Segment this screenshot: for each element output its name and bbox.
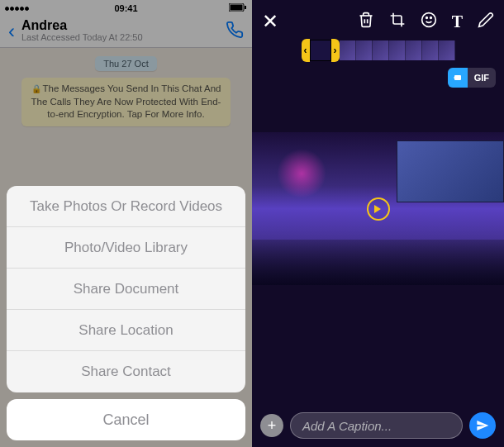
phone-call-icon[interactable] bbox=[226, 21, 244, 42]
caption-bar: + Add A Caption... bbox=[260, 412, 496, 439]
encryption-notice-bubble[interactable]: 🔒The Messages You Send In This Chat And … bbox=[21, 78, 231, 126]
video-gif-toggle[interactable]: GIF bbox=[448, 68, 496, 88]
lock-icon: 🔒 bbox=[31, 84, 41, 93]
date-separator: Thu 27 Oct bbox=[95, 56, 156, 71]
action-share-location[interactable]: Share Location bbox=[7, 310, 245, 351]
chat-contact-name[interactable]: Andrea bbox=[21, 19, 226, 32]
trash-icon[interactable] bbox=[358, 12, 374, 31]
action-sheet-cancel[interactable]: Cancel bbox=[7, 399, 245, 440]
timeline-frames[interactable] bbox=[340, 40, 455, 60]
play-button-icon[interactable] bbox=[367, 197, 390, 221]
send-button[interactable] bbox=[469, 412, 496, 439]
attachment-action-sheet: Take Photos Or Record Videos Photo/Video… bbox=[7, 186, 245, 440]
ios-status-bar: 09:41 bbox=[0, 0, 252, 15]
whatsapp-chat-screen: 09:41 ‹ Andrea Last Accessed Today At 22… bbox=[0, 0, 252, 447]
editor-toolbar: ✕ T bbox=[252, 0, 504, 38]
action-share-document[interactable]: Share Document bbox=[7, 269, 245, 310]
back-chevron-icon[interactable]: ‹ bbox=[8, 20, 15, 43]
toggle-gif-option[interactable]: GIF bbox=[468, 68, 496, 88]
svg-point-5 bbox=[430, 17, 431, 19]
video-preview[interactable] bbox=[252, 132, 504, 285]
action-take-photo-video[interactable]: Take Photos Or Record Videos bbox=[7, 186, 245, 227]
battery-icon bbox=[229, 3, 247, 13]
chat-last-accessed: Last Accessed Today At 22:50 bbox=[21, 32, 226, 43]
chat-nav-bar: ‹ Andrea Last Accessed Today At 22:50 bbox=[0, 15, 252, 48]
signal-strength-icon bbox=[5, 7, 29, 11]
text-tool-icon[interactable]: T bbox=[452, 12, 463, 31]
add-media-button[interactable]: + bbox=[260, 414, 283, 437]
crop-rotate-icon[interactable] bbox=[389, 12, 406, 31]
svg-point-3 bbox=[421, 13, 435, 27]
trim-handle-left[interactable]: ‹ bbox=[302, 39, 310, 62]
send-icon bbox=[476, 419, 489, 432]
video-trim-strip[interactable]: ‹ › bbox=[257, 40, 499, 61]
svg-point-4 bbox=[426, 17, 427, 19]
action-share-contact[interactable]: Share Contact bbox=[7, 351, 245, 392]
close-icon[interactable]: ✕ bbox=[262, 10, 278, 33]
emoji-sticker-icon[interactable] bbox=[421, 12, 437, 31]
trim-handle-right[interactable]: › bbox=[331, 39, 340, 62]
video-camera-icon bbox=[454, 75, 461, 80]
encryption-notice-text: The Messages You Send In This Chat And T… bbox=[31, 83, 221, 119]
svg-rect-1 bbox=[231, 5, 243, 11]
selected-frame-thumbnail[interactable] bbox=[310, 40, 331, 61]
status-time: 09:41 bbox=[114, 3, 137, 13]
caption-input[interactable]: Add A Caption... bbox=[290, 412, 463, 439]
draw-pencil-icon[interactable] bbox=[478, 12, 494, 31]
chat-body: Thu 27 Oct 🔒The Messages You Send In Thi… bbox=[0, 48, 252, 133]
svg-rect-2 bbox=[245, 6, 246, 9]
action-photo-video-library[interactable]: Photo/Video Library bbox=[7, 227, 245, 269]
toggle-video-option[interactable] bbox=[448, 68, 468, 88]
media-editor-screen: ✕ T ‹ › GIF + Add A Caption... bbox=[252, 0, 504, 447]
